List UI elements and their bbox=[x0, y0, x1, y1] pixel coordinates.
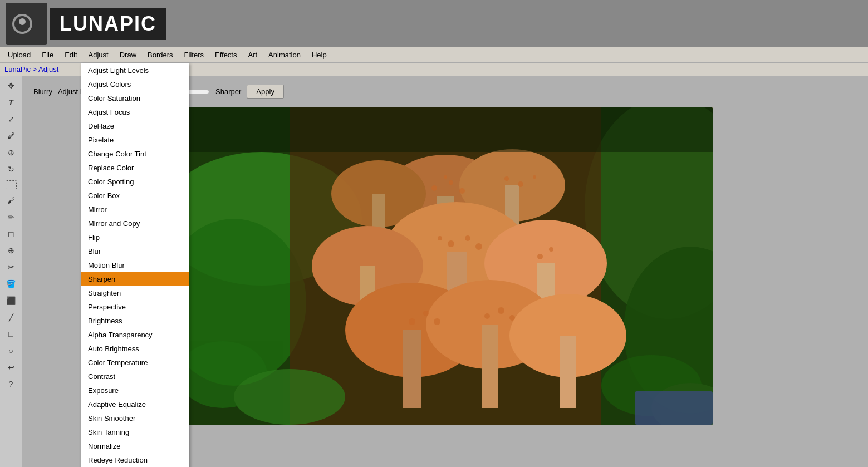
adjust-item-perspective[interactable]: Perspective bbox=[81, 300, 189, 314]
menu-art[interactable]: Art bbox=[242, 48, 263, 61]
tool-undo[interactable]: ↩ bbox=[3, 360, 19, 375]
svg-rect-26 bbox=[560, 336, 576, 408]
menu-draw[interactable]: Draw bbox=[114, 48, 142, 61]
svg-point-36 bbox=[475, 243, 482, 250]
svg-point-40 bbox=[409, 318, 415, 325]
adjust-item-pixelate[interactable]: Pixelate bbox=[81, 133, 189, 147]
svg-point-2 bbox=[19, 18, 26, 25]
blurry-label: Blurry bbox=[33, 87, 52, 96]
svg-point-47 bbox=[234, 369, 345, 425]
tool-paint[interactable]: 🖌 bbox=[3, 193, 19, 208]
menubar: Upload File Edit Adjust Draw Borders Fil… bbox=[0, 47, 868, 63]
adjust-item-redeye-reduction[interactable]: Redeye Reduction bbox=[81, 453, 189, 467]
adjust-item-alpha-transparency[interactable]: Alpha Transparency bbox=[81, 328, 189, 342]
menu-adjust[interactable]: Adjust bbox=[83, 48, 114, 61]
tool-magnifier[interactable]: ⊕ bbox=[3, 145, 19, 160]
svg-point-37 bbox=[438, 236, 442, 240]
menu-upload[interactable]: Upload bbox=[2, 48, 36, 61]
adjust-item-light-levels[interactable]: Adjust Light Levels bbox=[81, 63, 189, 77]
svg-point-39 bbox=[549, 247, 553, 252]
tool-pencil[interactable]: ✏ bbox=[3, 209, 19, 225]
svg-point-43 bbox=[484, 313, 490, 319]
svg-point-42 bbox=[434, 318, 440, 325]
adjust-item-blur[interactable]: Blur bbox=[81, 244, 189, 258]
adjust-item-dehaze[interactable]: DeHaze bbox=[81, 119, 189, 133]
tool-text[interactable]: T bbox=[3, 95, 19, 110]
adjust-item-skin-smoother[interactable]: Skin Smoother bbox=[81, 411, 189, 425]
adjust-item-motion-blur[interactable]: Motion Blur bbox=[81, 258, 189, 272]
svg-point-38 bbox=[537, 254, 543, 259]
adjust-item-normalize[interactable]: Normalize bbox=[81, 439, 189, 453]
svg-point-29 bbox=[459, 188, 465, 194]
adjust-item-contrast[interactable]: Contrast bbox=[81, 370, 189, 384]
tool-rect-shape[interactable]: □ bbox=[3, 326, 19, 342]
adjust-dropdown: Adjust Light Levels Adjust Colors Color … bbox=[81, 63, 189, 467]
menu-file[interactable]: File bbox=[36, 48, 59, 61]
breadcrumb-lunapic[interactable]: LunaPic bbox=[4, 65, 31, 73]
tool-crop[interactable]: ✂ bbox=[3, 259, 19, 275]
apply-button[interactable]: Apply bbox=[247, 85, 284, 99]
adjust-item-exposure[interactable]: Exposure bbox=[81, 384, 189, 397]
tool-move[interactable]: ✥ bbox=[3, 78, 19, 94]
svg-point-27 bbox=[431, 185, 437, 191]
adjust-item-mirror-copy[interactable]: Mirror and Copy bbox=[81, 217, 189, 230]
svg-point-41 bbox=[423, 311, 429, 316]
menu-borders[interactable]: Borders bbox=[142, 48, 179, 61]
toolbar: ✥ T ⤢ 🖉 ⊕ ↻ 🖌 ✏ ◻ ⊕ ✂ 🪣 ⬛ ╱ □ ○ ↩ ? bbox=[0, 76, 22, 467]
adjust-item-replace-color[interactable]: Replace Color bbox=[81, 161, 189, 175]
header: LUNAPIC bbox=[0, 0, 868, 47]
main-image bbox=[178, 107, 713, 425]
logo-text-box: LUNAPIC bbox=[50, 8, 166, 40]
adjust-item-skin-tanning[interactable]: Skin Tanning bbox=[81, 425, 189, 439]
svg-point-34 bbox=[448, 240, 454, 247]
svg-rect-22 bbox=[403, 330, 421, 408]
adjust-item-colors[interactable]: Adjust Colors bbox=[81, 77, 189, 91]
adjust-item-straighten[interactable]: Straighten bbox=[81, 286, 189, 300]
breadcrumb-separator: > bbox=[33, 65, 39, 73]
adjust-item-change-color-tint[interactable]: Change Color Tint bbox=[81, 147, 189, 161]
adjust-item-adaptive-equalize[interactable]: Adaptive Equalize bbox=[81, 397, 189, 411]
adjust-item-color-temperature[interactable]: Color Temperature bbox=[81, 356, 189, 370]
adjust-item-color-spotting[interactable]: Color Spotting bbox=[81, 175, 189, 189]
logo: LUNAPIC bbox=[6, 3, 166, 45]
adjust-item-adjust-focus[interactable]: Adjust Focus bbox=[81, 105, 189, 119]
logo-icon bbox=[6, 3, 47, 45]
menu-edit[interactable]: Edit bbox=[59, 48, 82, 61]
svg-rect-51 bbox=[635, 391, 713, 425]
adjust-item-sharpen[interactable]: Sharpen bbox=[81, 272, 189, 286]
svg-point-31 bbox=[504, 176, 509, 181]
menu-effects[interactable]: Effects bbox=[209, 48, 243, 61]
svg-rect-24 bbox=[482, 325, 498, 408]
tool-select-rect[interactable] bbox=[6, 180, 17, 189]
svg-rect-50 bbox=[178, 107, 713, 152]
tool-eraser[interactable]: ◻ bbox=[3, 226, 19, 242]
svg-point-33 bbox=[533, 175, 536, 179]
adjust-item-mirror[interactable]: Mirror bbox=[81, 203, 189, 217]
adjust-item-brightness[interactable]: Brightness bbox=[81, 314, 189, 328]
adjust-item-flip[interactable]: Flip bbox=[81, 230, 189, 244]
sharper-label: Sharper bbox=[215, 87, 241, 96]
logo-text: LUNAPIC bbox=[60, 12, 156, 35]
tool-layers[interactable]: ⬛ bbox=[3, 293, 19, 308]
adjust-item-color-box[interactable]: Color Box bbox=[81, 189, 189, 203]
svg-point-45 bbox=[509, 315, 515, 321]
svg-point-44 bbox=[498, 307, 504, 314]
tool-eyedropper[interactable]: 🖉 bbox=[3, 128, 19, 144]
tool-help[interactable]: ? bbox=[3, 376, 19, 392]
tool-rotate[interactable]: ↻ bbox=[3, 161, 19, 177]
tool-line[interactable]: ╱ bbox=[3, 309, 19, 325]
adjust-item-color-saturation[interactable]: Color Saturation bbox=[81, 91, 189, 105]
adjust-item-auto-brightness[interactable]: Auto Brightness bbox=[81, 342, 189, 356]
tool-circle-shape[interactable]: ○ bbox=[3, 343, 19, 358]
breadcrumb-adjust[interactable]: Adjust bbox=[38, 65, 58, 73]
svg-point-28 bbox=[449, 180, 453, 185]
menu-help[interactable]: Help bbox=[306, 48, 332, 61]
menu-animation[interactable]: Animation bbox=[263, 48, 306, 61]
tool-transform[interactable]: ⤢ bbox=[3, 111, 19, 127]
svg-point-35 bbox=[465, 235, 470, 241]
tool-fill[interactable]: 🪣 bbox=[3, 276, 19, 292]
tool-clone[interactable]: ⊕ bbox=[3, 243, 19, 258]
svg-point-32 bbox=[518, 181, 523, 187]
svg-point-30 bbox=[444, 175, 447, 179]
menu-filters[interactable]: Filters bbox=[179, 48, 209, 61]
